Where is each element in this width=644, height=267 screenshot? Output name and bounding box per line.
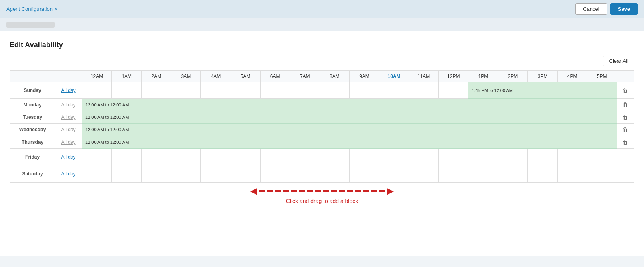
time-block-monday[interactable]: 12:00 AM to 12:00 AM [82, 99, 617, 111]
day-row-monday: MondayAll day12:00 AM to 12:00 AM🗑 [10, 99, 634, 111]
time-cell[interactable] [112, 149, 142, 165]
delete-cell-monday[interactable]: 🗑 [617, 99, 634, 111]
time-cell[interactable] [409, 165, 439, 182]
allday-cell-sunday[interactable]: All day [55, 82, 82, 99]
time-cell[interactable] [557, 165, 587, 182]
delete-cell-tuesday[interactable]: 🗑 [617, 111, 634, 124]
dash-dot [363, 190, 369, 192]
time-cell[interactable] [349, 165, 379, 182]
delete-button-tuesday[interactable]: 🗑 [621, 112, 630, 122]
time-cell[interactable] [439, 82, 468, 99]
time-cell[interactable] [82, 82, 112, 99]
allday-cell-thursday[interactable]: All day [55, 136, 82, 149]
time-cell[interactable] [231, 82, 260, 99]
empty-header-day [10, 71, 55, 82]
time-cell[interactable] [201, 149, 231, 165]
time-cell[interactable] [379, 82, 409, 99]
dash-dot [275, 190, 281, 192]
time-cell[interactable] [201, 165, 231, 182]
time-cell[interactable] [201, 82, 231, 99]
save-button[interactable]: Save [610, 3, 638, 15]
allday-cell-tuesday[interactable]: All day [55, 111, 82, 124]
allday-cell-monday[interactable]: All day [55, 99, 82, 111]
time-cell[interactable] [320, 149, 349, 165]
dash-dot [339, 190, 345, 192]
time-header-6am: 6AM [260, 71, 290, 82]
time-cell[interactable] [409, 149, 439, 165]
time-cell[interactable] [320, 82, 349, 99]
delete-button-wednesday[interactable]: 🗑 [621, 125, 630, 135]
time-cell[interactable] [379, 165, 409, 182]
time-block-sunday[interactable]: 1:45 PM to 12:00 AM [468, 82, 617, 99]
cancel-button[interactable]: Cancel [575, 3, 607, 15]
time-cell[interactable] [409, 82, 439, 99]
time-cell[interactable] [112, 165, 142, 182]
time-cell[interactable] [320, 165, 349, 182]
time-cell[interactable] [290, 82, 320, 99]
clear-all-row: Clear All [10, 56, 634, 66]
availability-grid-container: 12AM1AM2AM3AM4AM5AM6AM7AM8AM9AM10AM11AM1… [10, 70, 634, 183]
time-cell[interactable] [112, 82, 142, 99]
dash-dot [323, 190, 329, 192]
time-cell[interactable] [290, 165, 320, 182]
time-cell[interactable] [231, 149, 260, 165]
time-cell[interactable] [498, 165, 528, 182]
time-block-wednesday[interactable]: 12:00 AM to 12:00 AM [82, 124, 617, 136]
time-block-tuesday[interactable]: 12:00 AM to 12:00 AM [82, 111, 617, 124]
time-header-4am: 4AM [201, 71, 231, 82]
time-cell[interactable] [290, 149, 320, 165]
time-cell[interactable] [498, 149, 528, 165]
time-cell[interactable] [260, 82, 290, 99]
time-cell[interactable] [349, 149, 379, 165]
time-cell[interactable] [439, 165, 468, 182]
time-block-thursday[interactable]: 12:00 AM to 12:00 AM [82, 136, 617, 149]
time-header-7am: 7AM [290, 71, 320, 82]
time-cell[interactable] [142, 165, 171, 182]
allday-link-monday[interactable]: All day [61, 102, 76, 108]
breadcrumb[interactable]: Agent Configuration > [6, 6, 57, 12]
time-cell[interactable] [171, 82, 201, 99]
time-cell[interactable] [587, 149, 617, 165]
dash-dot [291, 190, 297, 192]
allday-link-thursday[interactable]: All day [61, 139, 76, 145]
time-cell[interactable] [379, 149, 409, 165]
time-cell[interactable] [82, 149, 112, 165]
time-cell[interactable] [528, 149, 557, 165]
time-cell[interactable] [349, 82, 379, 99]
time-cell[interactable] [587, 165, 617, 182]
time-cell[interactable] [142, 82, 171, 99]
delete-button-thursday[interactable]: 🗑 [621, 137, 630, 147]
allday-cell-saturday[interactable]: All day [55, 165, 82, 182]
time-cell[interactable] [557, 149, 587, 165]
time-cell[interactable] [171, 165, 201, 182]
allday-link-wednesday[interactable]: All day [61, 127, 76, 132]
allday-link-sunday[interactable]: All day [61, 88, 76, 93]
time-header-3am: 3AM [171, 71, 201, 82]
time-cell[interactable] [171, 149, 201, 165]
delete-button-sunday[interactable]: 🗑 [621, 86, 630, 95]
delete-cell-sunday[interactable]: 🗑 [617, 82, 634, 99]
allday-cell-friday[interactable]: All day [55, 149, 82, 165]
time-cell[interactable] [439, 149, 468, 165]
delete-cell-wednesday[interactable]: 🗑 [617, 124, 634, 136]
allday-link-tuesday[interactable]: All day [61, 114, 76, 120]
time-cell[interactable] [260, 165, 290, 182]
delete-cell-friday [617, 149, 634, 165]
time-cell[interactable] [468, 149, 498, 165]
time-cell[interactable] [528, 165, 557, 182]
delete-button-monday[interactable]: 🗑 [621, 100, 630, 110]
allday-link-friday[interactable]: All day [61, 154, 76, 160]
drag-arrow-row: ◀ ▶ [250, 186, 394, 196]
allday-cell-wednesday[interactable]: All day [55, 124, 82, 136]
time-cell[interactable] [260, 149, 290, 165]
time-cell[interactable] [231, 165, 260, 182]
time-header-12am: 12AM [82, 71, 112, 82]
time-cell[interactable] [82, 165, 112, 182]
time-cell[interactable] [142, 149, 171, 165]
allday-link-saturday[interactable]: All day [61, 171, 76, 177]
day-label-sunday: Sunday [10, 82, 55, 99]
clear-all-button[interactable]: Clear All [603, 56, 634, 66]
time-cell[interactable] [468, 165, 498, 182]
dashed-line [259, 190, 385, 192]
delete-cell-thursday[interactable]: 🗑 [617, 136, 634, 149]
